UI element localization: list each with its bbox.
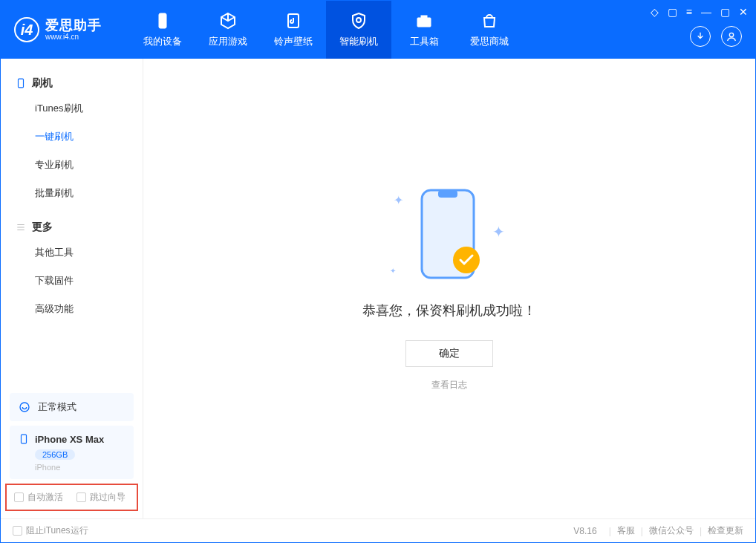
skin-icon[interactable]: ◇	[651, 7, 659, 17]
svg-rect-10	[438, 190, 457, 198]
sidebar-item-pro[interactable]: 专业刷机	[1, 151, 143, 179]
device-name: iPhone XS Max	[35, 434, 104, 445]
sidebar-item-other[interactable]: 其他工具	[1, 238, 143, 267]
phone-small-icon	[19, 433, 29, 445]
version-label: V8.16	[573, 526, 596, 536]
music-icon	[284, 11, 303, 30]
checkbox-skip-guide[interactable]: 跳过向导	[76, 491, 126, 504]
app-name-cn: 爱思助手	[45, 19, 102, 33]
svg-rect-4	[421, 16, 427, 18]
nav-flash[interactable]: 智能刷机	[326, 1, 391, 59]
sparkle-icon: ✦	[394, 193, 403, 207]
bag-icon	[480, 11, 499, 30]
app-name-en: www.i4.cn	[45, 33, 102, 41]
nav-apps[interactable]: 应用游戏	[195, 1, 261, 59]
svg-rect-8	[22, 435, 27, 443]
refresh-icon	[19, 401, 30, 413]
phone-icon	[16, 78, 26, 88]
svg-point-7	[20, 403, 29, 412]
device-card[interactable]: iPhone XS Max 256GB iPhone	[10, 426, 134, 479]
success-illustration: ✦ ✦ ✦	[416, 186, 483, 282]
device-icon	[153, 11, 172, 30]
wechat-link[interactable]: 微信公众号	[649, 524, 694, 537]
success-message: 恭喜您，保资料刷机成功啦！	[362, 302, 536, 319]
sidebar: 刷机 iTunes刷机 一键刷机 专业刷机 批量刷机 更多 其他工具 下载固件 …	[1, 59, 143, 518]
main-content: ✦ ✦ ✦ 恭喜您，保资料刷机成功啦！ 确定 查看日志	[143, 59, 755, 518]
checkbox-auto-activate[interactable]: 自动激活	[14, 491, 63, 504]
nav-my-device[interactable]: 我的设备	[130, 1, 195, 59]
sidebar-item-oneclick[interactable]: 一键刷机	[1, 123, 143, 151]
list-icon	[16, 222, 26, 233]
support-link[interactable]: 客服	[617, 524, 635, 537]
cube-icon	[218, 11, 238, 30]
sidebar-item-batch[interactable]: 批量刷机	[1, 179, 143, 207]
svg-rect-6	[19, 79, 24, 88]
menu-icon[interactable]: ≡	[686, 7, 692, 17]
main-nav: 我的设备 应用游戏 铃声壁纸 智能刷机 工具箱 爱思商城	[130, 1, 522, 59]
download-button[interactable]	[690, 26, 711, 47]
nav-toolbox[interactable]: 工具箱	[391, 1, 457, 59]
sidebar-heading-flash: 刷机	[1, 72, 143, 94]
logo[interactable]: i4 爱思助手 www.i4.cn	[1, 1, 115, 59]
svg-rect-0	[159, 13, 166, 28]
footer: 阻止iTunes运行 V8.16 | 客服 | 微信公众号 | 检查更新	[1, 518, 755, 542]
toolbox-icon	[414, 11, 434, 30]
account-button[interactable]	[721, 26, 742, 47]
view-log-link[interactable]: 查看日志	[431, 379, 467, 391]
svg-point-5	[729, 33, 733, 36]
nav-store[interactable]: 爱思商城	[457, 1, 522, 59]
ok-button[interactable]: 确定	[405, 340, 493, 367]
nav-ringtones[interactable]: 铃声壁纸	[261, 1, 326, 59]
close-button[interactable]: ✕	[739, 7, 748, 17]
minimize-button[interactable]: —	[701, 7, 711, 17]
window-controls: ◇ ▢ ≡ — ▢ ✕	[651, 7, 748, 17]
mode-card[interactable]: 正常模式	[10, 393, 134, 421]
sidebar-item-itunes[interactable]: iTunes刷机	[1, 94, 143, 123]
checkbox-block-itunes[interactable]: 阻止iTunes运行	[13, 524, 88, 537]
svg-point-2	[356, 18, 361, 22]
svg-rect-3	[417, 18, 431, 27]
sidebar-heading-more: 更多	[1, 216, 143, 238]
sidebar-item-advanced[interactable]: 高级功能	[1, 295, 143, 323]
feedback-icon[interactable]: ▢	[668, 7, 677, 17]
shield-icon	[349, 11, 368, 30]
highlighted-checkboxes: 自动激活 跳过向导	[5, 484, 138, 511]
update-link[interactable]: 检查更新	[708, 524, 743, 537]
logo-icon: i4	[14, 17, 39, 42]
device-type: iPhone	[35, 463, 125, 472]
device-storage: 256GB	[35, 449, 75, 460]
maximize-button[interactable]: ▢	[720, 7, 730, 17]
header: i4 爱思助手 www.i4.cn 我的设备 应用游戏 铃声壁纸 智能刷机 工具…	[1, 1, 755, 59]
sparkle-icon: ✦	[390, 267, 396, 275]
sparkle-icon: ✦	[492, 223, 505, 241]
header-right	[690, 26, 742, 47]
sidebar-item-firmware[interactable]: 下载固件	[1, 267, 143, 295]
